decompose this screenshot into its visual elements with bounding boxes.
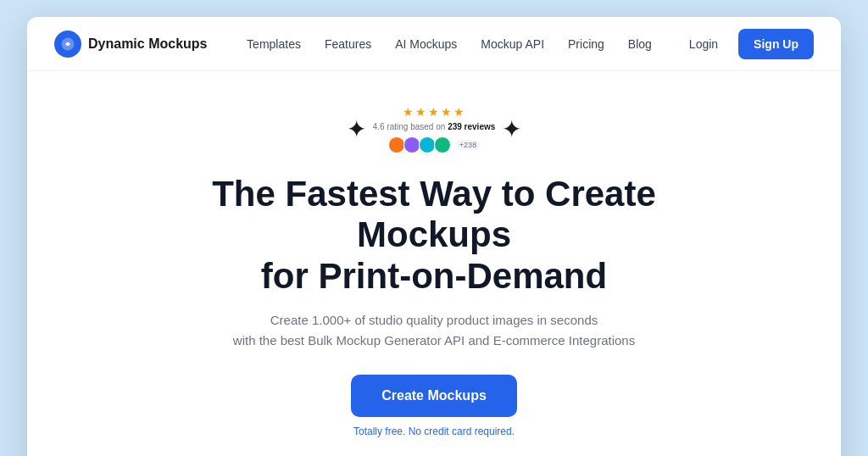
logo-link[interactable]: Dynamic Mockups (54, 31, 207, 58)
cta-button[interactable]: Create Mockups (351, 375, 517, 417)
laurel-left-icon: ✦ (347, 118, 366, 142)
hero-section: ✦ ★★★★★ 4.6 rating based on 239 reviews … (27, 71, 841, 456)
nav-blog[interactable]: Blog (628, 37, 652, 51)
nav-pricing[interactable]: Pricing (568, 37, 604, 51)
laurel-right-icon: ✦ (502, 118, 521, 142)
avatar-3 (419, 136, 436, 153)
signup-button[interactable]: Sign Up (738, 29, 814, 59)
star-rating: ★★★★★ (403, 105, 466, 119)
avatar-count: +238 (456, 140, 480, 150)
nav-templates[interactable]: Templates (247, 37, 301, 51)
nav-features[interactable]: Features (325, 37, 371, 51)
avatar-1 (388, 136, 405, 153)
rating-content: ★★★★★ 4.6 rating based on 239 reviews +2… (373, 105, 496, 153)
avatar-row: +238 (388, 136, 480, 153)
nav-links: Templates Features AI Mockups Mockup API… (247, 36, 652, 52)
logo-text: Dynamic Mockups (88, 36, 207, 52)
nav-ai-mockups[interactable]: AI Mockups (395, 37, 457, 51)
rating-badge: ✦ ★★★★★ 4.6 rating based on 239 reviews … (347, 105, 522, 153)
navbar: Dynamic Mockups Templates Features AI Mo… (27, 17, 841, 71)
hero-subtext: Create 1.000+ of studio quality product … (233, 310, 635, 351)
browser-window: Dynamic Mockups Templates Features AI Mo… (27, 17, 841, 456)
free-note: Totally free. No credit card required. (353, 425, 515, 437)
nav-actions: Login Sign Up (679, 29, 814, 59)
nav-mockup-api[interactable]: Mockup API (481, 37, 544, 51)
avatar-4 (434, 136, 451, 153)
hero-heading: The Fastest Way to Create Mockups for Pr… (163, 174, 705, 297)
avatar-2 (403, 136, 420, 153)
logo-icon (54, 31, 81, 58)
rating-text: 4.6 rating based on 239 reviews (373, 122, 496, 131)
login-button[interactable]: Login (679, 31, 728, 58)
